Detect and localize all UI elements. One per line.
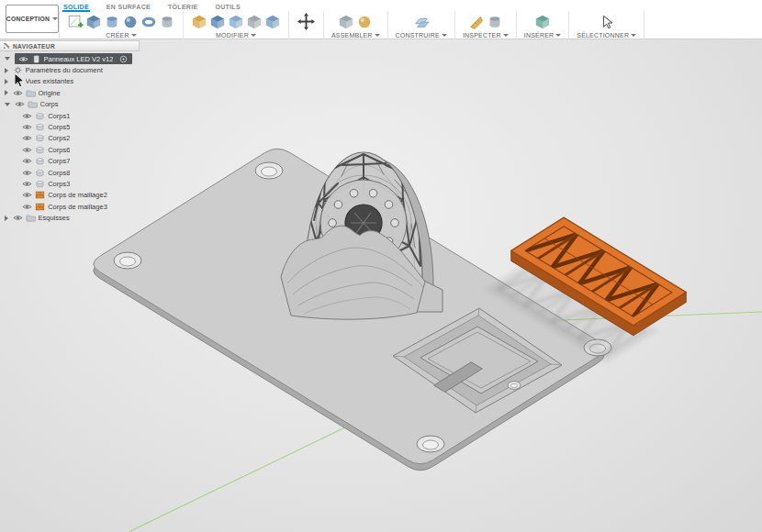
body-icon xyxy=(35,134,45,142)
fillet-icon[interactable] xyxy=(209,14,226,30)
expand-arrow-icon[interactable] xyxy=(5,79,8,84)
ribbon-group-move[interactable] xyxy=(289,11,324,39)
expand-arrow-icon[interactable] xyxy=(5,103,10,106)
tree-item-corps7[interactable]: Corps7 xyxy=(0,156,140,167)
tree-item-label: Corps de maillage2 xyxy=(48,191,107,199)
ribbon: CRÉER MODIFIER ASSEMBLER xyxy=(59,11,644,39)
expand-arrow-icon[interactable] xyxy=(5,57,10,61)
tree-item-maillage3[interactable]: Corps de maillage3 xyxy=(0,201,140,212)
expand-arrow-icon[interactable] xyxy=(5,68,8,73)
visibility-eye-icon[interactable] xyxy=(22,169,32,177)
visibility-eye-icon[interactable] xyxy=(22,123,32,131)
torus-icon[interactable] xyxy=(140,14,157,30)
ribbon-group-creer[interactable]: CRÉER xyxy=(59,11,184,39)
group-icons xyxy=(413,12,430,31)
tree-item-label: Panneaux LED V2 v12 xyxy=(44,55,114,63)
group-label[interactable]: SÉLECTIONNER xyxy=(577,32,636,39)
body-icon xyxy=(35,157,45,165)
dropdown-caret xyxy=(52,17,58,20)
visibility-eye-icon[interactable] xyxy=(13,89,23,97)
ribbon-group-inspecter[interactable]: INSPECTER xyxy=(455,11,517,39)
grip-icon xyxy=(4,43,9,49)
visibility-eye-icon[interactable] xyxy=(22,191,32,199)
mounting-hole[interactable] xyxy=(417,436,444,452)
workspace-label: CONCEPTION xyxy=(6,16,50,22)
body-icon xyxy=(35,112,45,120)
group-label[interactable]: INSÉRER xyxy=(524,32,562,39)
split-body-icon[interactable] xyxy=(264,14,281,30)
group-label[interactable]: CONSTRUIRE xyxy=(396,32,447,39)
group-label[interactable]: ASSEMBLER xyxy=(331,32,380,39)
shell-icon[interactable] xyxy=(228,14,244,30)
section-analysis-icon[interactable] xyxy=(487,14,503,30)
tab-label: OUTILS xyxy=(215,4,240,10)
mounting-hole[interactable] xyxy=(114,252,141,269)
tree-item-corps8[interactable]: Corps8 xyxy=(0,167,140,178)
visibility-eye-icon[interactable] xyxy=(22,203,32,211)
workspace-selector[interactable]: CONCEPTION xyxy=(6,5,59,33)
expand-arrow-icon[interactable] xyxy=(5,90,8,95)
browser-header[interactable]: NAVIGATEUR xyxy=(0,40,140,51)
tree-item-label: Corps2 xyxy=(48,134,70,142)
in-context-icon[interactable] xyxy=(118,55,129,63)
tree-item-label: Corps xyxy=(40,100,59,108)
visibility-eye-icon[interactable] xyxy=(15,100,25,108)
tree-folder-esquisses[interactable]: Esquisses xyxy=(0,212,140,223)
visibility-eye-icon[interactable] xyxy=(22,180,32,188)
visibility-eye-icon[interactable] xyxy=(22,146,32,154)
dropdown-caret xyxy=(375,34,380,37)
coil-icon[interactable] xyxy=(159,14,175,30)
sphere-icon[interactable] xyxy=(122,14,139,30)
combine-icon[interactable] xyxy=(246,14,263,30)
joint-icon[interactable] xyxy=(356,14,373,30)
new-component-icon[interactable] xyxy=(338,14,354,30)
select-cursor-icon[interactable] xyxy=(599,14,615,30)
body-icon xyxy=(35,146,45,154)
dropdown-caret xyxy=(631,34,636,37)
construction-plane-icon[interactable] xyxy=(413,14,430,30)
group-label[interactable]: INSPECTER xyxy=(463,32,509,39)
tree-item-corps6[interactable]: Corps6 xyxy=(0,144,140,155)
mouse-cursor xyxy=(13,72,26,89)
visibility-eye-icon[interactable] xyxy=(18,55,28,63)
tree-item-corps5[interactable]: Corps5 xyxy=(0,121,140,132)
visibility-eye-icon[interactable] xyxy=(13,214,23,222)
ribbon-group-assembler[interactable]: ASSEMBLER xyxy=(324,11,388,39)
group-label[interactable]: MODIFIER xyxy=(216,32,256,39)
box-icon[interactable] xyxy=(85,14,102,30)
visibility-eye-icon[interactable] xyxy=(22,134,32,142)
group-icons xyxy=(338,12,373,31)
measure-icon[interactable] xyxy=(468,14,485,30)
tree-item-origine[interactable]: Origine xyxy=(0,87,140,98)
create-sketch-icon[interactable] xyxy=(67,14,84,30)
tree-item-root[interactable]: Panneaux LED V2 v12 xyxy=(0,53,140,64)
tree-item-corps2[interactable]: Corps2 xyxy=(0,133,140,144)
dropdown-caret xyxy=(503,34,509,37)
tree-item-maillage2[interactable]: Corps de maillage2 xyxy=(0,190,140,201)
group-label[interactable]: CRÉER xyxy=(106,32,137,39)
tree-item-corps1[interactable]: Corps1 xyxy=(0,110,140,121)
tree-folder-corps[interactable]: Corps xyxy=(0,99,140,110)
tab-label: EN SURFACE xyxy=(106,4,151,10)
mounting-hole[interactable] xyxy=(255,162,283,179)
browser-title: NAVIGATEUR xyxy=(13,43,55,50)
tree-item-label: Corps1 xyxy=(48,112,70,120)
ribbon-group-selectionner[interactable]: SÉLECTIONNER xyxy=(569,11,644,39)
group-icons xyxy=(468,12,503,31)
press-pull-icon[interactable] xyxy=(191,14,207,30)
cylinder-icon[interactable] xyxy=(104,14,120,30)
dropdown-caret xyxy=(555,34,561,37)
selected-root-bar[interactable]: Panneaux LED V2 v12 xyxy=(15,53,133,64)
ribbon-group-inserer[interactable]: INSÉRER xyxy=(517,11,570,39)
tree-item-label: Vues existantes xyxy=(26,77,74,85)
visibility-eye-icon[interactable] xyxy=(22,112,32,120)
tree-item-corps3[interactable]: Corps3 xyxy=(0,178,140,189)
ribbon-group-construire[interactable]: CONSTRUIRE xyxy=(388,11,455,39)
move-copy-icon[interactable] xyxy=(297,12,316,31)
insert-mesh-icon[interactable] xyxy=(534,14,551,30)
toolbar: CONCEPTION SOLIDE EN SURFACE TÔLERIE OUT… xyxy=(0,0,762,39)
group-icons xyxy=(599,12,615,31)
visibility-eye-icon[interactable] xyxy=(22,157,32,165)
expand-arrow-icon[interactable] xyxy=(5,216,8,221)
ribbon-group-modifier[interactable]: MODIFIER xyxy=(184,11,289,39)
